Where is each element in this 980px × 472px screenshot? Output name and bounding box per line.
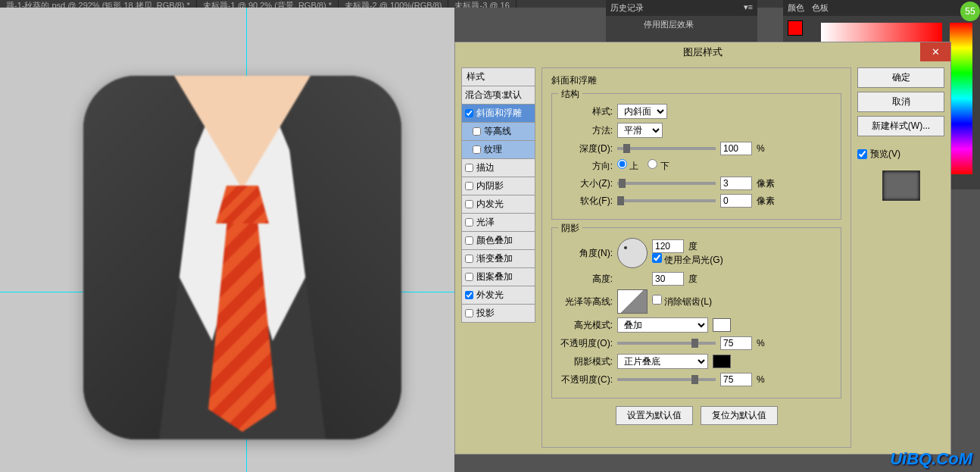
history-item[interactable]: 停用图层效果 xyxy=(606,16,757,33)
dialog-buttons: 确定 取消 新建样式(W)... 预览(V) xyxy=(857,67,944,448)
doc-tab[interactable]: 未标题-3 @ 16 xyxy=(448,0,516,8)
hilite-opacity-input[interactable] xyxy=(720,336,752,350)
innerglow-checkbox[interactable] xyxy=(465,200,473,208)
shadow-opacity-input[interactable] xyxy=(720,373,752,386)
preview-label: 预览(V) xyxy=(870,148,900,161)
style-outer-glow[interactable]: 外发光 xyxy=(461,286,535,305)
hilite-mode-label: 高光模式: xyxy=(560,319,613,332)
style-gradient-overlay[interactable]: 渐变叠加 xyxy=(461,250,535,268)
canvas[interactable] xyxy=(0,8,454,472)
angle-wheel[interactable] xyxy=(617,238,648,268)
coloroverlay-checkbox[interactable] xyxy=(465,236,473,245)
patternoverlay-checkbox[interactable] xyxy=(465,273,473,281)
style-contour[interactable]: 等高线 xyxy=(461,123,535,141)
settings-pane: 斜面和浮雕 结构 样式: 内斜面 方法: 平滑 深度(D): % xyxy=(541,67,851,448)
history-panel: 历史记录 ▾≡ 停用图层效果 xyxy=(606,0,757,42)
hilite-color-swatch[interactable] xyxy=(713,318,731,332)
hilite-opacity-slider[interactable] xyxy=(617,342,716,345)
hilite-mode-select[interactable]: 叠加 xyxy=(617,317,708,333)
soften-input[interactable] xyxy=(720,194,752,208)
angle-label: 角度(N): xyxy=(560,247,613,260)
contour-checkbox[interactable] xyxy=(473,127,481,136)
preview-checkbox[interactable] xyxy=(857,149,867,159)
texture-checkbox[interactable] xyxy=(473,145,481,154)
style-label: 样式: xyxy=(560,105,613,118)
panel-menu-icon[interactable]: ▾≡ xyxy=(744,2,753,14)
history-title: 历史记录 xyxy=(610,2,644,14)
shadow-opacity-unit: % xyxy=(757,374,765,385)
altitude-input[interactable] xyxy=(652,272,684,286)
style-drop-shadow[interactable]: 投影 xyxy=(461,305,535,323)
shadow-color-swatch[interactable] xyxy=(713,355,731,368)
depth-unit: % xyxy=(757,143,765,154)
outerglow-checkbox[interactable] xyxy=(465,291,473,299)
hilite-opacity-label: 不透明度(O): xyxy=(560,337,613,350)
gradoverlay-checkbox[interactable] xyxy=(465,255,473,263)
depth-slider[interactable] xyxy=(617,147,716,150)
hilite-opacity-unit: % xyxy=(757,338,765,349)
soften-slider[interactable] xyxy=(617,199,716,202)
size-label: 大小(Z): xyxy=(560,177,613,190)
bevel-checkbox[interactable] xyxy=(465,109,473,117)
size-slider[interactable] xyxy=(617,182,716,185)
structure-legend: 结构 xyxy=(558,88,582,101)
style-satin[interactable]: 光泽 xyxy=(461,214,535,232)
style-inner-glow[interactable]: 内发光 xyxy=(461,195,535,214)
soften-unit: 像素 xyxy=(757,195,775,208)
reset-default-button[interactable]: 复位为默认值 xyxy=(701,406,778,425)
doc-tab[interactable]: 题-1-秋葵的.psd @ 292% (矩形 18 拷贝, RGB/8) * xyxy=(0,0,197,8)
hue-strip[interactable] xyxy=(950,23,972,174)
style-inner-shadow[interactable]: 内阴影 xyxy=(461,177,535,195)
soften-label: 软化(F): xyxy=(560,195,613,208)
badge-icon: 55 xyxy=(960,2,980,21)
stroke-checkbox[interactable] xyxy=(465,164,473,172)
artwork-suit-icon xyxy=(83,76,401,439)
direction-label: 方向: xyxy=(560,160,613,173)
altitude-label: 高度: xyxy=(560,273,613,286)
blending-options-item[interactable]: 混合选项:默认 xyxy=(461,86,535,105)
direction-down-radio[interactable]: 下 xyxy=(648,159,669,173)
altitude-unit: 度 xyxy=(688,273,698,286)
dialog-titlebar[interactable]: 图层样式 ✕ xyxy=(455,42,950,61)
angle-unit: 度 xyxy=(688,240,698,253)
innershadow-checkbox[interactable] xyxy=(465,182,473,190)
preview-thumbnail xyxy=(882,170,920,201)
global-light-checkbox[interactable]: 使用全局光(G) xyxy=(652,255,723,265)
shadow-mode-select[interactable]: 正片叠底 xyxy=(617,354,708,369)
depth-input[interactable] xyxy=(720,142,752,155)
technique-select[interactable]: 平滑 xyxy=(617,123,663,138)
style-pattern-overlay[interactable]: 图案叠加 xyxy=(461,268,535,286)
ok-button[interactable]: 确定 xyxy=(857,67,944,88)
styles-list: 样式 混合选项:默认 斜面和浮雕 等高线 纹理 描边 内阴影 内发光 光泽 颜色… xyxy=(461,67,535,448)
dropshadow-checkbox[interactable] xyxy=(465,309,473,317)
foreground-color-swatch[interactable] xyxy=(788,20,803,36)
style-bevel-emboss[interactable]: 斜面和浮雕 xyxy=(461,105,535,123)
shading-group: 阴影 角度(N): 度 使用全局光(G) 高度: xyxy=(551,227,841,399)
depth-label: 深度(D): xyxy=(560,142,613,155)
styles-header[interactable]: 样式 xyxy=(461,67,535,86)
close-button[interactable]: ✕ xyxy=(920,42,950,61)
gloss-contour-picker[interactable] xyxy=(617,289,648,314)
cancel-button[interactable]: 取消 xyxy=(857,92,944,112)
color-tab-swatches[interactable]: 色板 xyxy=(812,2,829,14)
doc-tab[interactable]: 未标题-1 @ 90.2% (背景, RGB/8) * xyxy=(197,0,339,8)
style-select[interactable]: 内斜面 xyxy=(617,104,667,119)
satin-checkbox[interactable] xyxy=(465,218,473,227)
doc-tab[interactable]: 未标题-2 @ 100%(RGB/8) xyxy=(339,0,449,8)
style-texture[interactable]: 纹理 xyxy=(461,141,535,159)
shadow-mode-label: 阴影模式: xyxy=(560,355,613,368)
angle-input[interactable] xyxy=(652,239,684,253)
watermark: UiBQ.CoM xyxy=(890,449,972,469)
shadow-opacity-label: 不透明度(C): xyxy=(560,374,613,386)
style-stroke[interactable]: 描边 xyxy=(461,159,535,177)
new-style-button[interactable]: 新建样式(W)... xyxy=(857,116,944,136)
color-tab-colors[interactable]: 颜色 xyxy=(788,2,804,14)
direction-up-radio[interactable]: 上 xyxy=(617,159,638,173)
style-color-overlay[interactable]: 颜色叠加 xyxy=(461,232,535,250)
shadow-opacity-slider[interactable] xyxy=(617,378,716,381)
structure-group: 结构 样式: 内斜面 方法: 平滑 深度(D): % 方向: xyxy=(551,93,841,220)
make-default-button[interactable]: 设置为默认值 xyxy=(616,406,693,425)
dialog-title: 图层样式 xyxy=(683,45,723,59)
size-input[interactable] xyxy=(720,177,752,190)
antialias-checkbox[interactable]: 消除锯齿(L) xyxy=(652,295,712,308)
